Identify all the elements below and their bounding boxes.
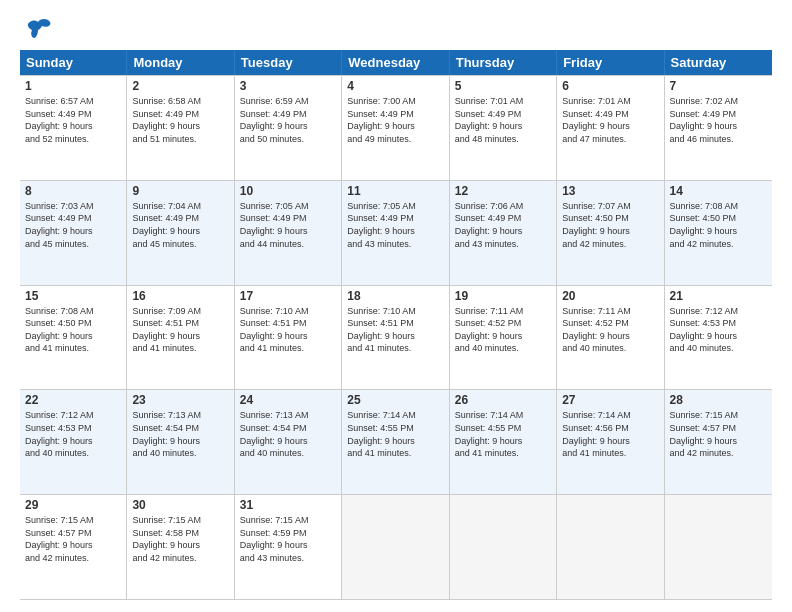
day-number: 20 — [562, 289, 658, 303]
day-number: 28 — [670, 393, 767, 407]
day-info: Sunrise: 7:03 AM Sunset: 4:49 PM Dayligh… — [25, 201, 94, 249]
day-number: 26 — [455, 393, 551, 407]
calendar-header-cell: Saturday — [665, 50, 772, 75]
calendar-header-cell: Tuesday — [235, 50, 342, 75]
day-info: Sunrise: 6:58 AM Sunset: 4:49 PM Dayligh… — [132, 96, 201, 144]
calendar-cell: 11Sunrise: 7:05 AM Sunset: 4:49 PM Dayli… — [342, 181, 449, 285]
day-info: Sunrise: 7:01 AM Sunset: 4:49 PM Dayligh… — [455, 96, 524, 144]
calendar-cell — [665, 495, 772, 599]
day-number: 18 — [347, 289, 443, 303]
calendar: SundayMondayTuesdayWednesdayThursdayFrid… — [20, 50, 772, 600]
day-info: Sunrise: 7:08 AM Sunset: 4:50 PM Dayligh… — [670, 201, 739, 249]
calendar-header-cell: Monday — [127, 50, 234, 75]
day-number: 10 — [240, 184, 336, 198]
calendar-cell: 10Sunrise: 7:05 AM Sunset: 4:49 PM Dayli… — [235, 181, 342, 285]
calendar-header: SundayMondayTuesdayWednesdayThursdayFrid… — [20, 50, 772, 75]
calendar-row: 22Sunrise: 7:12 AM Sunset: 4:53 PM Dayli… — [20, 390, 772, 495]
day-number: 27 — [562, 393, 658, 407]
day-info: Sunrise: 7:12 AM Sunset: 4:53 PM Dayligh… — [670, 306, 739, 354]
day-info: Sunrise: 7:14 AM Sunset: 4:55 PM Dayligh… — [455, 410, 524, 458]
calendar-cell: 18Sunrise: 7:10 AM Sunset: 4:51 PM Dayli… — [342, 286, 449, 390]
calendar-cell — [557, 495, 664, 599]
calendar-cell: 9Sunrise: 7:04 AM Sunset: 4:49 PM Daylig… — [127, 181, 234, 285]
day-info: Sunrise: 7:06 AM Sunset: 4:49 PM Dayligh… — [455, 201, 524, 249]
day-number: 19 — [455, 289, 551, 303]
calendar-cell — [342, 495, 449, 599]
day-info: Sunrise: 7:02 AM Sunset: 4:49 PM Dayligh… — [670, 96, 739, 144]
day-number: 3 — [240, 79, 336, 93]
header — [20, 18, 772, 40]
day-number: 31 — [240, 498, 336, 512]
calendar-cell: 20Sunrise: 7:11 AM Sunset: 4:52 PM Dayli… — [557, 286, 664, 390]
day-number: 30 — [132, 498, 228, 512]
day-info: Sunrise: 7:13 AM Sunset: 4:54 PM Dayligh… — [132, 410, 201, 458]
day-info: Sunrise: 7:00 AM Sunset: 4:49 PM Dayligh… — [347, 96, 416, 144]
calendar-cell: 19Sunrise: 7:11 AM Sunset: 4:52 PM Dayli… — [450, 286, 557, 390]
day-number: 24 — [240, 393, 336, 407]
day-info: Sunrise: 7:09 AM Sunset: 4:51 PM Dayligh… — [132, 306, 201, 354]
day-info: Sunrise: 7:11 AM Sunset: 4:52 PM Dayligh… — [455, 306, 524, 354]
calendar-cell: 27Sunrise: 7:14 AM Sunset: 4:56 PM Dayli… — [557, 390, 664, 494]
calendar-header-cell: Thursday — [450, 50, 557, 75]
calendar-cell: 22Sunrise: 7:12 AM Sunset: 4:53 PM Dayli… — [20, 390, 127, 494]
day-info: Sunrise: 7:07 AM Sunset: 4:50 PM Dayligh… — [562, 201, 631, 249]
day-info: Sunrise: 7:15 AM Sunset: 4:57 PM Dayligh… — [670, 410, 739, 458]
day-info: Sunrise: 6:57 AM Sunset: 4:49 PM Dayligh… — [25, 96, 94, 144]
calendar-cell: 28Sunrise: 7:15 AM Sunset: 4:57 PM Dayli… — [665, 390, 772, 494]
calendar-header-cell: Sunday — [20, 50, 127, 75]
calendar-header-cell: Friday — [557, 50, 664, 75]
calendar-cell — [450, 495, 557, 599]
day-number: 25 — [347, 393, 443, 407]
day-info: Sunrise: 7:05 AM Sunset: 4:49 PM Dayligh… — [240, 201, 309, 249]
day-number: 4 — [347, 79, 443, 93]
day-number: 12 — [455, 184, 551, 198]
calendar-cell: 23Sunrise: 7:13 AM Sunset: 4:54 PM Dayli… — [127, 390, 234, 494]
day-number: 21 — [670, 289, 767, 303]
day-number: 2 — [132, 79, 228, 93]
calendar-cell: 31Sunrise: 7:15 AM Sunset: 4:59 PM Dayli… — [235, 495, 342, 599]
calendar-cell: 15Sunrise: 7:08 AM Sunset: 4:50 PM Dayli… — [20, 286, 127, 390]
day-info: Sunrise: 7:04 AM Sunset: 4:49 PM Dayligh… — [132, 201, 201, 249]
day-info: Sunrise: 7:10 AM Sunset: 4:51 PM Dayligh… — [240, 306, 309, 354]
logo-bird-icon — [24, 18, 52, 40]
day-number: 8 — [25, 184, 121, 198]
calendar-cell: 25Sunrise: 7:14 AM Sunset: 4:55 PM Dayli… — [342, 390, 449, 494]
day-number: 16 — [132, 289, 228, 303]
day-info: Sunrise: 7:14 AM Sunset: 4:55 PM Dayligh… — [347, 410, 416, 458]
calendar-cell: 4Sunrise: 7:00 AM Sunset: 4:49 PM Daylig… — [342, 76, 449, 180]
calendar-header-cell: Wednesday — [342, 50, 449, 75]
day-number: 7 — [670, 79, 767, 93]
day-number: 22 — [25, 393, 121, 407]
calendar-cell: 3Sunrise: 6:59 AM Sunset: 4:49 PM Daylig… — [235, 76, 342, 180]
calendar-row: 8Sunrise: 7:03 AM Sunset: 4:49 PM Daylig… — [20, 181, 772, 286]
day-number: 1 — [25, 79, 121, 93]
calendar-cell: 14Sunrise: 7:08 AM Sunset: 4:50 PM Dayli… — [665, 181, 772, 285]
calendar-cell: 17Sunrise: 7:10 AM Sunset: 4:51 PM Dayli… — [235, 286, 342, 390]
day-info: Sunrise: 7:15 AM Sunset: 4:57 PM Dayligh… — [25, 515, 94, 563]
day-info: Sunrise: 7:10 AM Sunset: 4:51 PM Dayligh… — [347, 306, 416, 354]
calendar-row: 29Sunrise: 7:15 AM Sunset: 4:57 PM Dayli… — [20, 495, 772, 600]
calendar-cell: 6Sunrise: 7:01 AM Sunset: 4:49 PM Daylig… — [557, 76, 664, 180]
calendar-row: 15Sunrise: 7:08 AM Sunset: 4:50 PM Dayli… — [20, 286, 772, 391]
day-info: Sunrise: 7:12 AM Sunset: 4:53 PM Dayligh… — [25, 410, 94, 458]
day-info: Sunrise: 6:59 AM Sunset: 4:49 PM Dayligh… — [240, 96, 309, 144]
logo — [20, 18, 52, 40]
calendar-cell: 29Sunrise: 7:15 AM Sunset: 4:57 PM Dayli… — [20, 495, 127, 599]
day-number: 5 — [455, 79, 551, 93]
day-number: 6 — [562, 79, 658, 93]
calendar-cell: 5Sunrise: 7:01 AM Sunset: 4:49 PM Daylig… — [450, 76, 557, 180]
calendar-row: 1Sunrise: 6:57 AM Sunset: 4:49 PM Daylig… — [20, 75, 772, 181]
day-number: 29 — [25, 498, 121, 512]
day-number: 11 — [347, 184, 443, 198]
calendar-cell: 26Sunrise: 7:14 AM Sunset: 4:55 PM Dayli… — [450, 390, 557, 494]
calendar-cell: 7Sunrise: 7:02 AM Sunset: 4:49 PM Daylig… — [665, 76, 772, 180]
calendar-cell: 13Sunrise: 7:07 AM Sunset: 4:50 PM Dayli… — [557, 181, 664, 285]
calendar-cell: 21Sunrise: 7:12 AM Sunset: 4:53 PM Dayli… — [665, 286, 772, 390]
day-number: 17 — [240, 289, 336, 303]
day-info: Sunrise: 7:13 AM Sunset: 4:54 PM Dayligh… — [240, 410, 309, 458]
day-info: Sunrise: 7:11 AM Sunset: 4:52 PM Dayligh… — [562, 306, 631, 354]
calendar-cell: 16Sunrise: 7:09 AM Sunset: 4:51 PM Dayli… — [127, 286, 234, 390]
day-number: 14 — [670, 184, 767, 198]
calendar-cell: 24Sunrise: 7:13 AM Sunset: 4:54 PM Dayli… — [235, 390, 342, 494]
day-number: 23 — [132, 393, 228, 407]
